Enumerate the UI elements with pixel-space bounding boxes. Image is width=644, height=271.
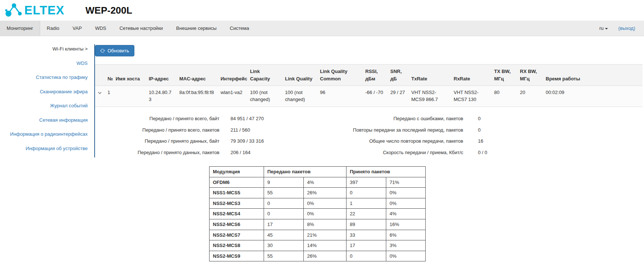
- tab-radio[interactable]: Radio: [40, 21, 66, 36]
- modulation-rx-pct: 71%: [386, 177, 426, 188]
- client-rssi: -66 / -70: [362, 86, 387, 107]
- column-header-ip: IP-адрес: [146, 65, 176, 86]
- modulation-rx-pct: 0%: [386, 188, 426, 198]
- sidebar-item-event-log[interactable]: Журнал событий: [4, 103, 88, 109]
- modulation-row: NSS2-MCS9 55 26% 0 0%: [210, 251, 426, 261]
- sidebar-item-radio-interfaces-info[interactable]: Информация о радиоинтерфейсах: [4, 131, 88, 138]
- stat-row: Повторы передачи за последний период, па…: [279, 127, 529, 133]
- sidebar-item-device-info[interactable]: Информация об устройстве: [4, 145, 88, 152]
- modulation-rx-count: 22: [346, 209, 386, 219]
- language-selector[interactable]: ru: [599, 25, 608, 31]
- client-uptime: 00:02:09: [543, 86, 643, 107]
- modulation-row: NSS1-MCS5 55 26% 0 0%: [210, 188, 426, 198]
- tab-vap[interactable]: VAP: [66, 21, 88, 36]
- stats-column-right: Передано с ошибками, пакетов 0 Повторы п…: [279, 116, 529, 161]
- modulation-tx-pct: 26%: [304, 188, 346, 198]
- sidebar-item-wds[interactable]: WDS: [4, 60, 88, 67]
- client-tx-bw: 80: [491, 86, 517, 107]
- stat-row: Передано с ошибками, пакетов 0: [279, 116, 529, 122]
- chevron-down-icon: [98, 90, 102, 95]
- eltex-logo: ELTEX: [4, 2, 85, 19]
- logout-link[interactable]: (выход): [618, 25, 635, 31]
- modulation-header-tx: Передано пакетов: [264, 167, 346, 177]
- modulation-row: NSS2-MCS3 0 0% 1 0%: [210, 198, 426, 209]
- tab-external-services[interactable]: Внешние сервисы: [169, 21, 223, 36]
- refresh-button[interactable]: Обновить: [95, 45, 134, 56]
- modulation-name: OFDM6: [210, 177, 264, 188]
- sidebar-item-air-scan[interactable]: Сканирование эфира: [4, 88, 88, 95]
- modulation-tx-count: 55: [264, 251, 304, 261]
- tab-monitoring[interactable]: Мониторинг: [0, 21, 40, 36]
- tab-wds[interactable]: WDS: [88, 21, 113, 36]
- modulation-rx-count: 1: [346, 198, 386, 209]
- stat-value: 0: [478, 116, 481, 122]
- client-hostname: [113, 86, 146, 107]
- collapse-row-button[interactable]: [95, 86, 105, 107]
- modulation-tx-count: 55: [264, 188, 304, 198]
- main-navbar: Мониторинг Radio VAP WDS Сетевые настрой…: [0, 21, 644, 36]
- modulation-rx-pct: 0%: [386, 251, 426, 261]
- modulation-name: NSS2-MCS3: [210, 198, 264, 209]
- stat-label: Передано / принято всего, пакетов: [95, 127, 219, 133]
- stat-label: Передано / принято всего, байт: [95, 116, 219, 122]
- client-mac: 8a:0f:ba:95:f8:f8: [176, 86, 218, 107]
- modulation-row: OFDM6 9 4% 397 71%: [210, 177, 426, 188]
- client-link-quality-common: 96: [317, 86, 362, 107]
- stat-value: 16: [478, 138, 483, 145]
- sidebar-item-wifi-clients[interactable]: Wi-Fi клиенты >: [4, 46, 88, 52]
- client-link-quality: 100 (not changed): [282, 86, 317, 107]
- client-ip: 10.24.80.73: [146, 86, 176, 107]
- stat-value: 0 / 0: [478, 150, 487, 156]
- content-area: Wi-Fi клиенты > WDS Статистика по трафик…: [0, 36, 644, 271]
- modulation-name: NSS2-MCS7: [210, 230, 264, 240]
- modulation-name: NSS2-MCS4: [210, 209, 264, 219]
- client-txrate: VHT NSS2-MCS9 866.7: [408, 86, 451, 107]
- modulation-tx-pct: 0%: [304, 198, 346, 209]
- stat-label: Передано / принято данных, пакетов: [95, 150, 219, 156]
- modulation-table: Модуляция Передано пакетов Принято пакет…: [209, 166, 426, 261]
- column-header-mac: MAC-адрес: [176, 65, 218, 86]
- column-header-tx-bw: TX BW, МГц: [491, 65, 517, 86]
- modulation-tx-pct: 14%: [304, 240, 346, 251]
- refresh-button-label: Обновить: [108, 48, 129, 53]
- stat-label: Передано / принято данных, байт: [95, 138, 219, 145]
- modulation-name: NSS1-MCS5: [210, 188, 264, 198]
- client-snr: 29 / 27: [387, 86, 408, 107]
- stat-value: 84 951 / 47 270: [230, 116, 264, 122]
- client-rx-bw: 20: [517, 86, 543, 107]
- stat-label: Общее число повторов передачи, пакетов: [279, 138, 463, 145]
- sidebar-item-traffic-statistics[interactable]: Статистика по трафику: [4, 74, 88, 81]
- modulation-tx-count: 9: [264, 177, 304, 188]
- modulation-name: NSS2-MCS6: [210, 219, 264, 230]
- modulation-header-row: Модуляция Передано пакетов Принято пакет…: [210, 167, 426, 177]
- column-header-rssi: RSSI, дБм: [362, 65, 387, 86]
- tab-system[interactable]: Система: [223, 21, 256, 36]
- modulation-tx-count: 17: [264, 219, 304, 230]
- stat-row: Скорость передачи / приема, Кбит/с 0 / 0: [279, 150, 529, 156]
- modulation-rx-count: 89: [346, 219, 386, 230]
- column-header-rx-bw: RX BW, МГц: [517, 65, 543, 86]
- modulation-tx-count: 30: [264, 240, 304, 251]
- sidebar-item-network-info[interactable]: Сетевая информация: [4, 117, 88, 124]
- column-header-snr: SNR, дБ: [387, 65, 408, 86]
- modulation-row: NSS2-MCS4 0 0% 22 4%: [210, 209, 426, 219]
- eltex-logo-icon: [4, 2, 24, 19]
- tab-network-settings[interactable]: Сетевые настройки: [113, 21, 169, 36]
- modulation-name: NSS2-MCS9: [210, 251, 264, 261]
- stat-row: Передано / принято всего, байт 84 951 / …: [95, 116, 279, 122]
- stat-label: Повторы передачи за последний период, па…: [279, 127, 463, 133]
- modulation-rx-pct: 4%: [386, 209, 426, 219]
- column-header-link-quality: Link Quality: [282, 65, 317, 86]
- modulation-rx-pct: 6%: [386, 230, 426, 240]
- modulation-tx-pct: 4%: [304, 177, 346, 188]
- stat-row: Передано / принято всего, пакетов 211 / …: [95, 127, 279, 133]
- modulation-tx-count: 0: [264, 198, 304, 209]
- client-row[interactable]: 1 10.24.80.73 8a:0f:ba:95:f8:f8 wlan1-va…: [95, 86, 643, 107]
- column-header-rxrate: RxRate: [451, 65, 491, 86]
- modulation-name: NSS2-MCS8: [210, 240, 264, 251]
- modulation-rx-pct: 16%: [386, 219, 426, 230]
- stat-row: Общее число повторов передачи, пакетов 1…: [279, 138, 529, 145]
- column-header-link-capacity: Link Capacity: [247, 65, 282, 86]
- top-header: ELTEX WEP-200L: [0, 0, 644, 21]
- column-header-uptime: Время работы: [543, 65, 643, 86]
